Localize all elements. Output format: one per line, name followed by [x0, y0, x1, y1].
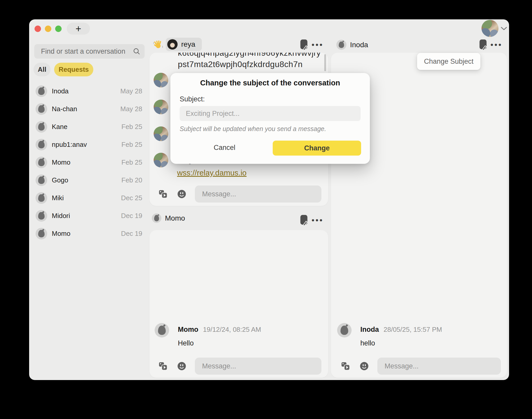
default-avatar — [36, 157, 47, 168]
message-avatar — [154, 126, 168, 141]
change-subject-button[interactable] — [479, 39, 487, 51]
conversation-list-item[interactable]: Na-chan May 28 — [35, 100, 144, 118]
conversation-list-item[interactable]: npub1:anav Feb 25 — [35, 136, 144, 154]
conversation-list-item[interactable]: Gogo Feb 20 — [35, 171, 144, 189]
conversation-name: Inoda — [52, 87, 69, 95]
desktop: + All Requests Inoda May 28 N — [0, 0, 532, 419]
zoom-window-button[interactable] — [55, 26, 62, 32]
close-window-button[interactable] — [35, 26, 41, 32]
momo-avatar — [152, 213, 161, 223]
message-avatar — [154, 73, 168, 87]
conversation-list: Inoda May 28 Na-chan May 28 Kane Feb 25 — [35, 82, 144, 243]
emoji-picker-icon[interactable] — [177, 190, 186, 198]
chevron-down-icon — [501, 27, 507, 31]
message: Momo 19/12/24, 08:25 AM Hello — [155, 323, 261, 347]
default-avatar — [36, 210, 47, 222]
message-avatar — [155, 323, 169, 337]
note-edit-icon — [300, 215, 308, 226]
change-subject-button[interactable] — [300, 215, 308, 226]
minimize-window-button[interactable] — [45, 26, 51, 32]
conversation-list-item[interactable]: Momo Feb 25 — [35, 154, 144, 171]
conversation-date: Feb 25 — [121, 123, 142, 131]
app-window: + All Requests Inoda May 28 N — [29, 19, 509, 380]
more-options-button[interactable]: ••• — [491, 41, 503, 49]
tab-requests[interactable]: Requests — [54, 63, 93, 76]
conversation-name: Kane — [52, 123, 68, 131]
message-text: Hello — [178, 339, 261, 347]
message-input[interactable] — [377, 358, 501, 375]
change-button[interactable]: Change — [273, 141, 361, 156]
conversation-name: Na-chan — [52, 105, 77, 113]
message-input[interactable] — [195, 186, 321, 203]
new-conversation-button[interactable]: + — [67, 23, 90, 35]
note-edit-icon — [479, 39, 487, 51]
default-avatar — [36, 121, 47, 133]
conversation-date: May 28 — [120, 105, 142, 113]
media-attach-icon[interactable] — [159, 362, 168, 370]
chat-peer-momo[interactable]: Momo — [152, 213, 185, 223]
conversation-date: Dec 19 — [121, 230, 142, 238]
wave-icon — [153, 40, 163, 50]
change-subject-tooltip: Change Subject — [417, 53, 480, 70]
ellipsis-icon: ••• — [312, 41, 324, 49]
ellipsis-icon: ••• — [312, 216, 324, 224]
composer — [159, 358, 321, 375]
change-subject-dialog: Change the subject of the conversation S… — [170, 73, 370, 164]
subject-input[interactable] — [180, 106, 361, 121]
cancel-button[interactable]: Cancel — [209, 140, 240, 155]
inoda-avatar — [336, 40, 346, 50]
conversation-list-item[interactable]: Midori Dec 19 — [35, 207, 144, 225]
change-subject-button[interactable] — [300, 39, 308, 51]
message-sender: Momo — [178, 326, 198, 334]
chat-peer-inoda[interactable]: Inoda — [336, 40, 368, 50]
more-options-button[interactable]: ••• — [312, 41, 324, 49]
conversation-name: npub1:anav — [52, 141, 87, 149]
subject-label: Subject: — [180, 95, 205, 103]
message-timestamp: 19/12/24, 08:25 AM — [203, 326, 261, 334]
scrollbar-thumb[interactable] — [324, 54, 326, 71]
more-options-button[interactable]: ••• — [312, 216, 324, 224]
account-menu[interactable] — [481, 20, 507, 38]
default-avatar — [36, 85, 47, 97]
chat-peer-reya[interactable]: reya — [166, 38, 202, 51]
note-edit-icon — [300, 39, 308, 51]
conversation-list-item[interactable]: Inoda May 28 — [35, 82, 144, 100]
default-avatar — [36, 192, 47, 204]
composer — [159, 186, 321, 203]
message-sender: Inoda — [360, 326, 379, 334]
conversation-date: May 28 — [120, 87, 142, 95]
media-attach-icon[interactable] — [159, 190, 168, 198]
search-input[interactable] — [41, 47, 133, 55]
message-timestamp: 28/05/25, 15:57 PM — [384, 326, 442, 334]
conversation-date: Dec 25 — [121, 194, 142, 202]
default-avatar — [36, 228, 47, 239]
conversation-name: Midori — [52, 212, 70, 220]
conversation-list-item[interactable]: Momo Dec 19 — [35, 225, 144, 243]
message-input[interactable] — [195, 358, 321, 375]
reya-avatar — [167, 39, 178, 50]
dialog-title: Change the subject of the conversation — [170, 79, 370, 87]
emoji-picker-icon[interactable] — [360, 362, 369, 370]
conversation-date: Feb 25 — [121, 141, 142, 149]
message: Inoda 28/05/25, 15:57 PM hello — [337, 323, 442, 347]
relay-link[interactable]: wss://relay.damus.io — [177, 168, 247, 177]
conversation-name: Gogo — [52, 176, 68, 184]
search-bar — [34, 44, 145, 59]
tab-all[interactable]: All — [34, 63, 51, 76]
chat-panel-momo: Momo 19/12/24, 08:25 AM Hello — [149, 230, 328, 378]
conversation-list-item[interactable]: Miki Dec 25 — [35, 189, 144, 207]
conversation-date: Dec 19 — [121, 212, 142, 220]
conversation-name: Miki — [52, 194, 64, 202]
default-avatar — [36, 139, 47, 150]
conversation-name: Momo — [52, 158, 70, 166]
default-avatar — [36, 174, 47, 186]
media-attach-icon[interactable] — [341, 362, 350, 370]
conversation-date: Feb 20 — [121, 176, 142, 184]
account-avatar[interactable] — [481, 20, 498, 37]
emoji-picker-icon[interactable] — [177, 362, 186, 370]
conversation-list-item[interactable]: Kane Feb 25 — [35, 118, 144, 136]
conversation-name: Momo — [52, 230, 70, 238]
chat-title: reya — [181, 40, 195, 49]
chat-title: Inoda — [350, 41, 368, 49]
search-icon — [133, 47, 140, 55]
